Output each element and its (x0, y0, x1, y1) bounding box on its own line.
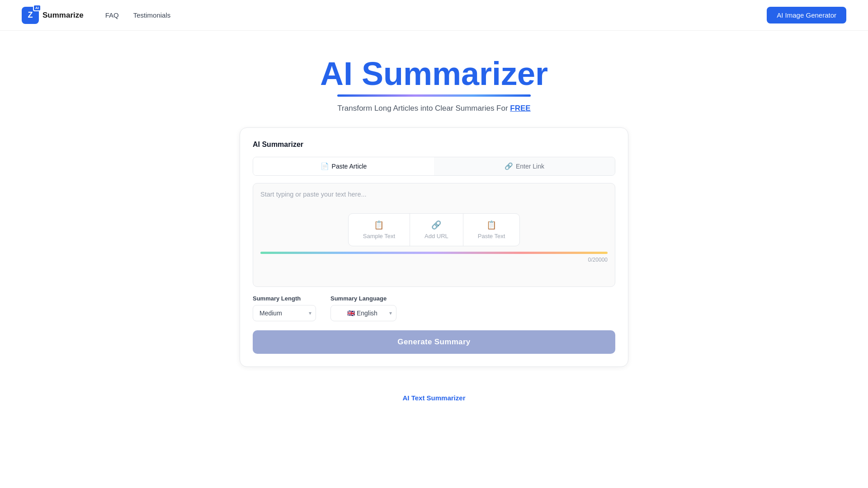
hero-subtitle: Transform Long Articles into Clear Summa… (0, 104, 868, 113)
summarizer-card: AI Summarizer 📄 Paste Article 🔗 Enter Li… (240, 127, 628, 367)
add-url-icon: 🔗 (431, 220, 441, 230)
ai-image-generator-button[interactable]: AI Image Generator (767, 7, 846, 23)
summary-length-group: Summary Length Short Medium Long ▾ (253, 295, 316, 321)
controls-row: Summary Length Short Medium Long ▾ Summa… (253, 295, 615, 321)
logo-letter: Z (28, 10, 33, 20)
summary-length-select[interactable]: Short Medium Long (253, 305, 316, 321)
bottom-section: AI Text Summarizer (0, 385, 868, 402)
add-url-label: Add URL (425, 233, 448, 239)
generate-summary-button[interactable]: Generate Summary (253, 330, 615, 354)
quick-actions-group: 📋 Sample Text 🔗 Add URL 📋 Paste Text (348, 213, 520, 246)
card-heading: AI Summarizer (253, 141, 615, 149)
tab-enter-link[interactable]: 🔗 Enter Link (434, 157, 615, 175)
nav-testimonials[interactable]: Testimonials (133, 11, 171, 19)
tab-paste-article[interactable]: 📄 Paste Article (253, 157, 434, 175)
rainbow-bar (260, 252, 608, 254)
logo[interactable]: Z AI Summarize (22, 7, 84, 24)
sample-text-icon: 📋 (374, 220, 384, 230)
nav-faq[interactable]: FAQ (105, 11, 119, 19)
paste-text-label: Paste Text (478, 233, 505, 239)
char-count: 0/20000 (260, 257, 608, 263)
tab-paste-label: Paste Article (332, 163, 367, 170)
sample-text-button[interactable]: 📋 Sample Text (349, 214, 410, 246)
nav-links: FAQ Testimonials (105, 11, 767, 19)
paste-icon: 📄 (321, 162, 329, 170)
paste-text-button[interactable]: 📋 Paste Text (463, 214, 519, 246)
summary-language-select-wrapper: 🇬🇧 English 🇪🇸 Spanish 🇫🇷 French 🇩🇪 Germa… (330, 305, 396, 321)
logo-badge: AI (33, 5, 41, 11)
textarea-placeholder: Start typing or paste your text here... (260, 191, 367, 198)
add-url-button[interactable]: 🔗 Add URL (410, 214, 463, 246)
tab-link-label: Enter Link (516, 163, 544, 170)
hero-subtitle-text: Transform Long Articles into Clear Summa… (337, 104, 510, 113)
paste-text-icon: 📋 (486, 220, 496, 230)
navbar: Z AI Summarize FAQ Testimonials AI Image… (0, 0, 868, 31)
summary-language-label: Summary Language (330, 295, 396, 302)
hero-section: AI Summarizer Transform Long Articles in… (0, 31, 868, 127)
summary-language-group: Summary Language 🇬🇧 English 🇪🇸 Spanish 🇫… (330, 295, 396, 321)
link-icon: 🔗 (505, 162, 513, 170)
hero-underline (337, 94, 531, 97)
logo-icon: Z AI (22, 7, 39, 24)
input-tabs: 📄 Paste Article 🔗 Enter Link (253, 157, 615, 176)
logo-text: Summarize (42, 11, 84, 20)
text-input-area[interactable]: Start typing or paste your text here... … (253, 183, 615, 287)
summary-language-select[interactable]: 🇬🇧 English 🇪🇸 Spanish 🇫🇷 French 🇩🇪 Germa… (330, 305, 396, 321)
hero-title: AI Summarizer (320, 56, 548, 92)
sample-text-label: Sample Text (363, 233, 395, 239)
hero-free-label: FREE (510, 104, 530, 113)
bottom-link[interactable]: AI Text Summarizer (403, 394, 466, 402)
summary-length-label: Summary Length (253, 295, 316, 302)
summary-length-select-wrapper: Short Medium Long ▾ (253, 305, 316, 321)
